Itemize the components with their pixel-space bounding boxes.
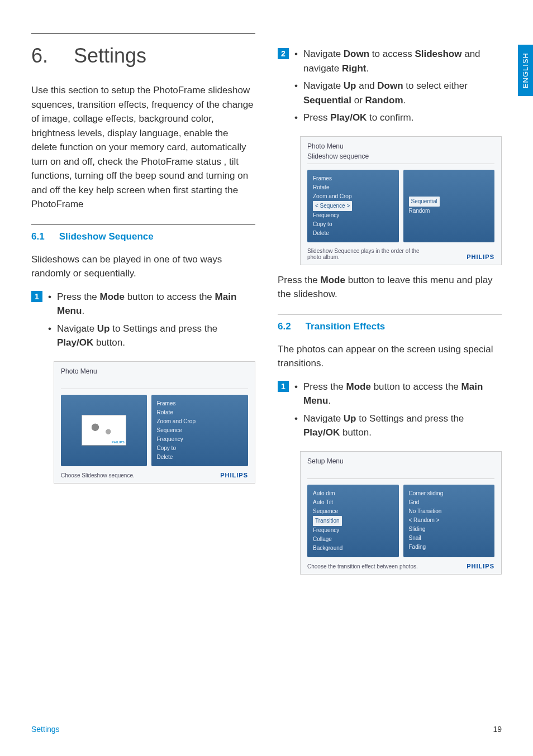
t: Up (97, 323, 110, 334)
t: Play/OK (330, 112, 367, 123)
menu-item: Frequency (157, 435, 243, 444)
ds-hint: Slideshow Sequence plays in the order of… (307, 248, 429, 260)
right-column: 2 Navigate Down to access Slideshow and … (278, 34, 502, 582)
ds-menu-right: Sequential Random (403, 170, 495, 242)
menu-item-selected: < Sequence > (313, 201, 352, 211)
step-item: Navigate Down to access Slideshow and na… (294, 47, 502, 75)
photo-thumbnail-icon: PHILIPS (82, 415, 126, 446)
section-title: Slideshow Sequence (59, 231, 154, 242)
t: Up (344, 413, 356, 424)
menu-item: Zoom and Crop (157, 417, 243, 426)
menu-item: Auto Tilt (313, 498, 393, 507)
menu-item: Rotate (157, 408, 243, 417)
t: Navigate (303, 80, 344, 91)
rule (31, 34, 255, 34)
t: Press the (278, 275, 321, 285)
t: Sequential (303, 95, 351, 106)
page-content: 6. Settings Use this section to setup th… (0, 0, 533, 610)
menu-item: Frequency (313, 211, 393, 220)
menu-item: Copy to (313, 220, 393, 229)
figure-screen-1: Photo Menu PHILIPS Frames Rotate Zoom an… (54, 361, 255, 484)
step-badge: 1 (278, 381, 289, 392)
step-item: Press the Mode button to access the Main… (294, 380, 502, 408)
ds-menu-left: Auto dim Auto Tilt Sequence Transition F… (307, 485, 399, 557)
menu-item-selected: Transition (313, 516, 342, 526)
menu-item: Sequence (313, 507, 393, 516)
menu-item: Auto dim (313, 489, 393, 498)
menu-item: Sequence (157, 426, 243, 435)
left-column: 6. Settings Use this section to setup th… (31, 34, 255, 582)
section-heading-62: 6.2 Transition Effects (278, 321, 502, 332)
chapter-heading: 6. Settings (31, 44, 255, 68)
t: Down (377, 80, 403, 91)
t: to access (369, 49, 415, 59)
section-number: 6.2 (278, 321, 291, 332)
t: Right (342, 63, 366, 74)
t: button to access the (125, 291, 215, 302)
ds-title: Photo Menu (61, 367, 248, 375)
t: Press the (303, 381, 346, 392)
menu-item: Snail (409, 534, 489, 543)
menu-item: No Transition (409, 507, 489, 516)
t: Up (344, 80, 356, 91)
chapter-title: Settings (74, 44, 146, 68)
step-62-1: 1 Press the Mode button to access the Ma… (278, 380, 502, 443)
t: Mode (321, 275, 345, 285)
menu-item: Collage (313, 535, 393, 544)
t: Navigate (303, 49, 344, 59)
ds-sub (307, 467, 494, 479)
t: Random (365, 95, 403, 106)
t: Down (344, 49, 369, 59)
menu-item: Random (409, 207, 489, 216)
t: . (366, 63, 369, 74)
step-2: 2 Navigate Down to access Slideshow and … (278, 47, 502, 128)
t: to Settings and press the (356, 413, 464, 424)
step-item: Navigate Up to Settings and press the Pl… (48, 322, 255, 350)
t: PHILIPS (112, 441, 125, 444)
step-item: Press the Mode button to access the Main… (48, 290, 255, 318)
step-content: Navigate Down to access Slideshow and na… (294, 47, 502, 128)
menu-item: < Random > (409, 516, 489, 525)
t: Navigate (57, 323, 97, 334)
t: Play/OK (303, 427, 340, 438)
t: button. (340, 427, 372, 438)
menu-item: Delete (157, 453, 243, 462)
t: Press (303, 112, 330, 123)
t: Slideshow (415, 49, 461, 59)
ds-thumbnail-panel: PHILIPS (61, 395, 147, 466)
menu-item-selected: Sequential (409, 197, 440, 207)
footer-section-label: Settings (31, 725, 60, 734)
rule (278, 314, 502, 314)
ds-menu-left: Frames Rotate Zoom and Crop < Sequence >… (307, 170, 399, 242)
menu-item: Background (313, 544, 393, 553)
t: button. (93, 337, 125, 348)
step-badge: 1 (31, 291, 42, 302)
menu-item: Fading (409, 543, 489, 552)
t: to select either (403, 80, 468, 91)
t: . (82, 305, 84, 316)
ds-title: Setup Menu (307, 457, 494, 465)
ds-menu-panel: Frames Rotate Zoom and Crop Sequence Fre… (151, 395, 249, 466)
menu-item: Frequency (313, 526, 393, 535)
philips-logo: PHILIPS (220, 472, 248, 479)
figure-screen-3: Setup Menu Auto dim Auto Tilt Sequence T… (300, 451, 502, 575)
t: Press the (57, 291, 100, 302)
step-content: Press the Mode button to access the Main… (48, 290, 255, 353)
step-badge: 2 (278, 48, 289, 59)
menu-item: Copy to (157, 444, 243, 453)
ds-hint: Choose the transition effect between pho… (307, 563, 418, 570)
menu-item: Corner sliding (409, 489, 489, 498)
ds-sub: Slideshow sequence (307, 152, 494, 164)
menu-item: Rotate (313, 183, 393, 192)
t: . (328, 395, 331, 406)
t: Navigate (303, 413, 344, 424)
ds-sub (61, 377, 248, 389)
philips-logo: PHILIPS (467, 563, 494, 570)
t: or (351, 95, 365, 106)
t: and (356, 80, 378, 91)
t: Mode (346, 381, 371, 392)
menu-item: Frames (157, 399, 243, 408)
figure-screen-2: Photo Menu Slideshow sequence Frames Rot… (300, 136, 502, 265)
section-title: Transition Effects (306, 321, 386, 332)
step-item: Navigate Up and Down to select either Se… (294, 79, 502, 107)
